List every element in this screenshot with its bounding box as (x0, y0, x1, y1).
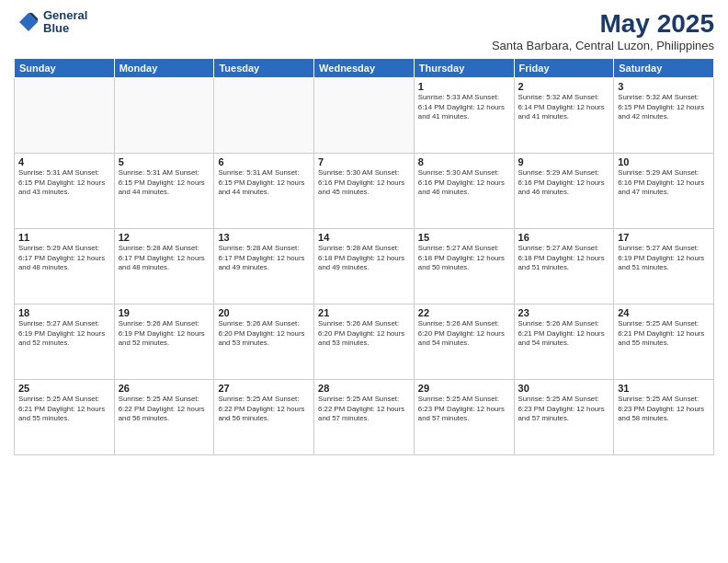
logo: General Blue (14, 9, 87, 36)
calendar-cell: 9Sunrise: 5:29 AM Sunset: 6:16 PM Daylig… (514, 154, 614, 229)
day-number: 5 (119, 156, 210, 167)
calendar-cell: 14Sunrise: 5:28 AM Sunset: 6:18 PM Dayli… (314, 229, 415, 304)
calendar-cell: 4Sunrise: 5:31 AM Sunset: 6:15 PM Daylig… (15, 154, 115, 229)
calendar-table: SundayMondayTuesdayWednesdayThursdayFrid… (14, 58, 714, 455)
calendar-cell: 24Sunrise: 5:25 AM Sunset: 6:21 PM Dayli… (614, 304, 714, 380)
col-header-sunday: Sunday (15, 59, 115, 78)
day-info: Sunrise: 5:31 AM Sunset: 6:15 PM Dayligh… (218, 168, 310, 198)
col-header-thursday: Thursday (414, 59, 514, 78)
day-info: Sunrise: 5:28 AM Sunset: 6:17 PM Dayligh… (218, 244, 310, 273)
day-number: 15 (418, 232, 510, 243)
day-number: 30 (518, 383, 610, 394)
day-number: 4 (18, 156, 110, 167)
calendar-week-1: 4Sunrise: 5:31 AM Sunset: 6:15 PM Daylig… (15, 154, 714, 229)
day-number: 16 (518, 232, 610, 243)
calendar-cell (314, 78, 415, 154)
header: General Blue May 2025 Santa Barbara, Cen… (14, 9, 714, 52)
calendar-cell: 8Sunrise: 5:30 AM Sunset: 6:16 PM Daylig… (414, 154, 514, 229)
day-info: Sunrise: 5:25 AM Sunset: 6:22 PM Dayligh… (218, 395, 310, 424)
calendar-cell: 15Sunrise: 5:27 AM Sunset: 6:18 PM Dayli… (414, 229, 514, 304)
calendar-cell: 1Sunrise: 5:33 AM Sunset: 6:14 PM Daylig… (414, 78, 514, 154)
calendar-cell: 5Sunrise: 5:31 AM Sunset: 6:15 PM Daylig… (114, 154, 214, 229)
day-info: Sunrise: 5:28 AM Sunset: 6:18 PM Dayligh… (318, 244, 410, 273)
day-info: Sunrise: 5:27 AM Sunset: 6:18 PM Dayligh… (418, 244, 510, 273)
day-info: Sunrise: 5:33 AM Sunset: 6:14 PM Dayligh… (418, 93, 510, 122)
calendar-cell: 6Sunrise: 5:31 AM Sunset: 6:15 PM Daylig… (214, 154, 314, 229)
calendar-cell: 13Sunrise: 5:28 AM Sunset: 6:17 PM Dayli… (214, 229, 314, 304)
day-number: 14 (318, 232, 410, 243)
calendar-cell: 16Sunrise: 5:27 AM Sunset: 6:18 PM Dayli… (514, 229, 614, 304)
calendar-week-0: 1Sunrise: 5:33 AM Sunset: 6:14 PM Daylig… (15, 78, 714, 154)
day-number: 28 (318, 383, 410, 394)
day-info: Sunrise: 5:26 AM Sunset: 6:20 PM Dayligh… (218, 319, 310, 349)
calendar-cell: 30Sunrise: 5:25 AM Sunset: 6:23 PM Dayli… (514, 380, 614, 455)
day-number: 12 (119, 232, 210, 243)
subtitle: Santa Barbara, Central Luzon, Philippine… (492, 39, 714, 52)
logo-line1: General (43, 9, 87, 22)
calendar-cell: 20Sunrise: 5:26 AM Sunset: 6:20 PM Dayli… (214, 304, 314, 380)
calendar-header-row: SundayMondayTuesdayWednesdayThursdayFrid… (15, 59, 714, 78)
day-info: Sunrise: 5:25 AM Sunset: 6:22 PM Dayligh… (119, 395, 210, 424)
calendar-cell: 10Sunrise: 5:29 AM Sunset: 6:16 PM Dayli… (614, 154, 714, 229)
day-number: 2 (518, 81, 610, 92)
calendar-cell: 26Sunrise: 5:25 AM Sunset: 6:22 PM Dayli… (114, 380, 214, 455)
col-header-wednesday: Wednesday (314, 59, 415, 78)
calendar-cell (114, 78, 214, 154)
col-header-saturday: Saturday (614, 59, 714, 78)
day-info: Sunrise: 5:27 AM Sunset: 6:19 PM Dayligh… (18, 319, 110, 349)
page: General Blue May 2025 Santa Barbara, Cen… (0, 0, 728, 563)
day-number: 19 (119, 307, 210, 318)
day-info: Sunrise: 5:30 AM Sunset: 6:16 PM Dayligh… (418, 168, 510, 198)
calendar-cell: 2Sunrise: 5:32 AM Sunset: 6:14 PM Daylig… (514, 78, 614, 154)
day-number: 24 (618, 307, 710, 318)
day-info: Sunrise: 5:25 AM Sunset: 6:23 PM Dayligh… (418, 395, 510, 424)
day-info: Sunrise: 5:25 AM Sunset: 6:21 PM Dayligh… (18, 395, 110, 424)
day-number: 3 (618, 81, 710, 92)
day-number: 22 (418, 307, 510, 318)
calendar-cell: 7Sunrise: 5:30 AM Sunset: 6:16 PM Daylig… (314, 154, 415, 229)
title-block: May 2025 Santa Barbara, Central Luzon, P… (492, 9, 714, 52)
calendar-cell: 3Sunrise: 5:32 AM Sunset: 6:15 PM Daylig… (614, 78, 714, 154)
day-number: 7 (318, 156, 410, 167)
day-number: 9 (518, 156, 610, 167)
day-number: 18 (18, 307, 110, 318)
day-number: 29 (418, 383, 510, 394)
calendar-week-3: 18Sunrise: 5:27 AM Sunset: 6:19 PM Dayli… (15, 304, 714, 380)
day-info: Sunrise: 5:25 AM Sunset: 6:22 PM Dayligh… (318, 395, 410, 424)
calendar-cell: 11Sunrise: 5:29 AM Sunset: 6:17 PM Dayli… (15, 229, 115, 304)
calendar-cell: 28Sunrise: 5:25 AM Sunset: 6:22 PM Dayli… (314, 380, 415, 455)
day-info: Sunrise: 5:31 AM Sunset: 6:15 PM Dayligh… (119, 168, 210, 198)
day-info: Sunrise: 5:26 AM Sunset: 6:20 PM Dayligh… (318, 319, 410, 349)
day-info: Sunrise: 5:27 AM Sunset: 6:19 PM Dayligh… (618, 244, 710, 273)
day-info: Sunrise: 5:26 AM Sunset: 6:20 PM Dayligh… (418, 319, 510, 349)
day-info: Sunrise: 5:25 AM Sunset: 6:23 PM Dayligh… (618, 395, 710, 424)
col-header-tuesday: Tuesday (214, 59, 314, 78)
day-info: Sunrise: 5:30 AM Sunset: 6:16 PM Dayligh… (318, 168, 410, 198)
day-info: Sunrise: 5:25 AM Sunset: 6:21 PM Dayligh… (618, 319, 710, 349)
logo-icon (14, 9, 40, 35)
day-info: Sunrise: 5:29 AM Sunset: 6:16 PM Dayligh… (618, 168, 710, 198)
calendar-cell: 21Sunrise: 5:26 AM Sunset: 6:20 PM Dayli… (314, 304, 415, 380)
day-number: 6 (218, 156, 310, 167)
day-number: 11 (18, 232, 110, 243)
day-info: Sunrise: 5:25 AM Sunset: 6:23 PM Dayligh… (518, 395, 610, 424)
calendar-cell (15, 78, 115, 154)
day-number: 21 (318, 307, 410, 318)
day-info: Sunrise: 5:32 AM Sunset: 6:15 PM Dayligh… (618, 93, 710, 122)
calendar-cell: 29Sunrise: 5:25 AM Sunset: 6:23 PM Dayli… (414, 380, 514, 455)
day-info: Sunrise: 5:27 AM Sunset: 6:18 PM Dayligh… (518, 244, 610, 273)
day-info: Sunrise: 5:28 AM Sunset: 6:17 PM Dayligh… (119, 244, 210, 273)
main-title: May 2025 (492, 9, 714, 39)
day-info: Sunrise: 5:26 AM Sunset: 6:19 PM Dayligh… (119, 319, 210, 349)
day-number: 13 (218, 232, 310, 243)
day-number: 20 (218, 307, 310, 318)
calendar-cell: 22Sunrise: 5:26 AM Sunset: 6:20 PM Dayli… (414, 304, 514, 380)
day-info: Sunrise: 5:26 AM Sunset: 6:21 PM Dayligh… (518, 319, 610, 349)
calendar-cell: 31Sunrise: 5:25 AM Sunset: 6:23 PM Dayli… (614, 380, 714, 455)
day-number: 25 (18, 383, 110, 394)
day-number: 1 (418, 81, 510, 92)
calendar-week-4: 25Sunrise: 5:25 AM Sunset: 6:21 PM Dayli… (15, 380, 714, 455)
calendar-cell: 18Sunrise: 5:27 AM Sunset: 6:19 PM Dayli… (15, 304, 115, 380)
logo-text: General Blue (43, 9, 87, 36)
day-info: Sunrise: 5:32 AM Sunset: 6:14 PM Dayligh… (518, 93, 610, 122)
